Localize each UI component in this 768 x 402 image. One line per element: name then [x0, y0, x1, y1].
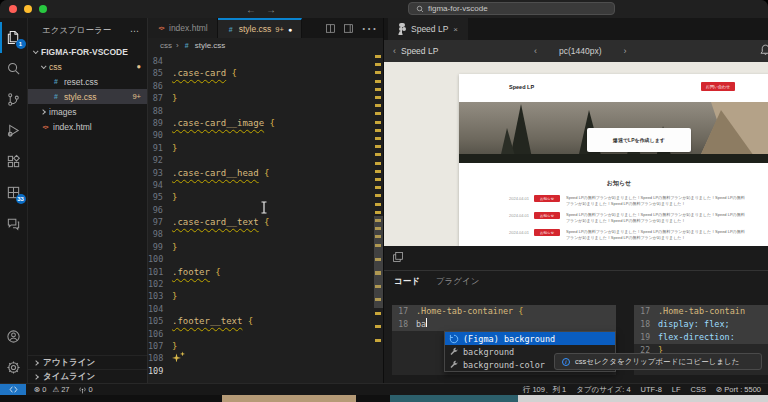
bell-icon[interactable]	[759, 43, 768, 59]
lp-logo[interactable]: Speed LP	[509, 84, 534, 90]
code-line[interactable]: 101.footer {	[148, 266, 373, 278]
prev-frame-button[interactable]: ‹	[534, 46, 537, 56]
code-row[interactable]: 17 .Home-tab-contain	[634, 305, 768, 318]
explorer-more-actions[interactable]: ⋯	[130, 26, 139, 36]
remote-indicator[interactable]	[0, 384, 26, 395]
back-to-pages-button[interactable]: ‹ Speed LP	[384, 46, 534, 56]
line-number: 18	[634, 318, 658, 331]
split-editor-icon[interactable]	[325, 23, 336, 34]
breadcrumb-file[interactable]: style.css	[195, 41, 226, 50]
search-activity-icon[interactable]	[0, 53, 28, 84]
code-line[interactable]: 100	[148, 253, 373, 265]
command-center-search[interactable]: figma-for-vscode	[408, 2, 615, 15]
eol-status[interactable]: LF	[672, 385, 681, 395]
code-line[interactable]: 85.case-card {	[148, 67, 373, 79]
scrollbar-thumb[interactable]	[374, 216, 383, 308]
news-row[interactable]: 2024.04.01 お知らせ Speed LPの無料プランが始まりました！Sp…	[459, 228, 768, 241]
code-row[interactable]: 18 ba	[392, 318, 616, 331]
tab-plugin[interactable]: プラグイン	[436, 276, 480, 288]
code-line[interactable]: 92	[148, 154, 373, 166]
code-line[interactable]: 104	[148, 303, 373, 315]
language-status[interactable]: CSS	[691, 385, 706, 395]
problems-status[interactable]: ⊗ 0 ⚠ 27	[34, 385, 70, 394]
timeline-label: タイムライン	[43, 371, 95, 383]
code-line[interactable]: 93.case-card__head {	[148, 167, 373, 179]
code-line[interactable]: 87}	[148, 92, 373, 104]
suggest-label: (Figma) background	[463, 334, 555, 344]
run-debug-activity-icon[interactable]	[0, 115, 28, 146]
code-line[interactable]: 98	[148, 228, 373, 240]
settings-gear-icon[interactable]	[0, 352, 28, 383]
more-actions-icon[interactable]: ⋯	[361, 19, 377, 38]
code-line[interactable]: 91}	[148, 142, 373, 154]
live-server-port-status[interactable]: ⊘ Port : 5500	[716, 385, 761, 395]
layout-icon[interactable]	[343, 23, 354, 34]
search-value: figma-for-vscode	[428, 4, 488, 13]
news-heading[interactable]: お知らせ	[459, 179, 768, 188]
code-line[interactable]: 107}	[148, 340, 373, 352]
news-text: Speed LPの無料プランが始まりました！Speed LPの無料プランが始まり…	[566, 195, 746, 207]
suggest-item-figma-background[interactable]: (Figma) background	[445, 332, 615, 345]
lp-header[interactable]: Speed LP お問い合わせ	[459, 74, 768, 102]
tab-style-css[interactable]: # style.css 9+ ●	[218, 18, 302, 38]
tree-root-folder[interactable]: FIGMA-FOR-VSCODE	[28, 44, 147, 59]
back-arrow-icon[interactable]: ←	[246, 4, 256, 15]
chat-activity-icon[interactable]	[0, 208, 28, 239]
tree-item-reset-css[interactable]: # reset.css	[28, 74, 147, 89]
sparkle-icon[interactable]	[172, 353, 182, 363]
source-control-activity-icon[interactable]	[0, 84, 28, 115]
search-icon	[6, 61, 21, 76]
code-line[interactable]: 108	[148, 352, 373, 364]
table-grid-activity-icon[interactable]: 33	[0, 177, 28, 208]
code-line[interactable]: 99}	[148, 241, 373, 253]
close-icon[interactable]: ×	[453, 25, 458, 34]
minimize-window-button[interactable]	[24, 5, 32, 13]
copy-layers-icon[interactable]	[392, 249, 404, 267]
code-line[interactable]: 94	[148, 179, 373, 191]
code-line[interactable]: 88	[148, 105, 373, 117]
news-row[interactable]: 2024.04.01 お知らせ Speed LPの無料プランが始まりました！Sp…	[459, 194, 768, 207]
lp-hero-image[interactable]: 爆速でLPを作成します	[459, 102, 768, 163]
explorer-activity-icon[interactable]: 1	[0, 22, 28, 53]
code-line[interactable]: 105.footer__text {	[148, 315, 373, 327]
code-row[interactable]: 19 flex-direction:	[634, 331, 768, 344]
tab-code[interactable]: コード	[394, 276, 420, 288]
code-line[interactable]: 89.case-card__image {	[148, 117, 373, 129]
code-line[interactable]: 90	[148, 129, 373, 141]
code-line[interactable]: 102	[148, 278, 373, 290]
tab-speed-lp[interactable]: Speed LP ×	[388, 18, 468, 40]
dirty-dot-icon[interactable]: ●	[288, 26, 292, 33]
news-row[interactable]: 2024.04.01 お知らせ Speed LPの無料プランが始まりました！Sp…	[459, 211, 768, 224]
tree-item-style-css[interactable]: # style.css 9+	[28, 89, 147, 104]
cursor-position-status[interactable]: 行 109、列 1	[523, 385, 566, 395]
breadcrumb-folder[interactable]: css	[160, 41, 172, 50]
close-window-button[interactable]	[9, 5, 17, 13]
lp-preview[interactable]: Speed LP お問い合わせ	[459, 74, 768, 246]
code-row[interactable]: 17 .Home-tab-container {	[392, 305, 616, 318]
code-line[interactable]: 84	[148, 55, 373, 67]
tree-item-index-html[interactable]: <> index.html	[28, 119, 147, 134]
ports-status[interactable]: 0	[78, 385, 93, 394]
tree-item-css-folder[interactable]: css ●	[28, 59, 147, 74]
lp-cta-button[interactable]: お問い合わせ	[701, 82, 735, 91]
forward-arrow-icon[interactable]: →	[266, 4, 276, 15]
outline-section[interactable]: アウトライン	[28, 355, 147, 369]
zoom-window-button[interactable]	[39, 5, 47, 13]
tree-item-images-folder[interactable]: images	[28, 104, 147, 119]
next-frame-button[interactable]: ›	[624, 46, 627, 56]
timeline-section[interactable]: タイムライン	[28, 369, 147, 383]
error-count: 0	[42, 385, 46, 394]
account-icon[interactable]	[0, 321, 28, 352]
figma-canvas[interactable]: Speed LP お問い合わせ	[384, 62, 768, 246]
code-row[interactable]: 18 display: flex;	[634, 318, 768, 331]
breadcrumb[interactable]: css › # style.css	[148, 38, 383, 52]
tab-size-status[interactable]: タブのサイズ: 4	[576, 385, 630, 395]
extensions-activity-icon[interactable]	[0, 146, 28, 177]
code-line[interactable]: 86	[148, 80, 373, 92]
code-line[interactable]: 106	[148, 328, 373, 340]
hero-caption-box[interactable]: 爆速でLPを作成します	[587, 128, 691, 152]
code-line[interactable]: 103}	[148, 290, 373, 302]
code-line[interactable]: 109	[148, 365, 373, 377]
tab-index-html[interactable]: <> index.html	[148, 18, 218, 38]
encoding-status[interactable]: UTF-8	[641, 385, 662, 395]
